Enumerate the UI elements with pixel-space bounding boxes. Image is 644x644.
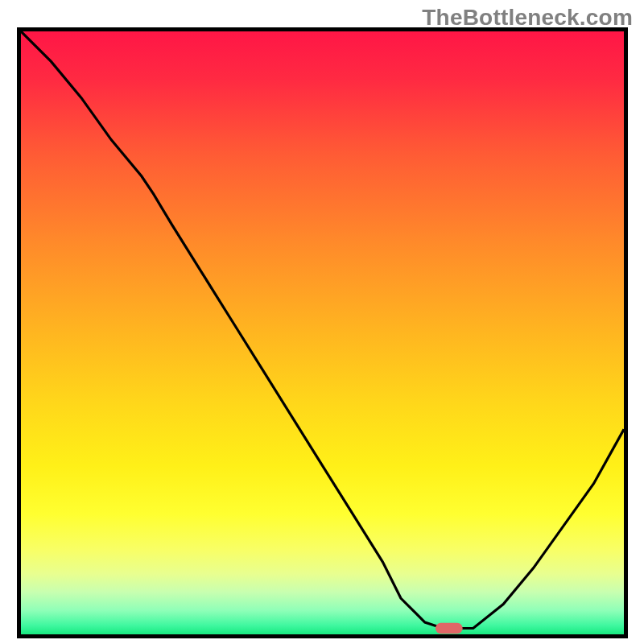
plot-area — [21, 31, 624, 634]
optimal-marker — [436, 623, 463, 634]
chart-container: TheBottleneck.com — [0, 0, 644, 644]
plot-frame — [17, 27, 628, 638]
gradient-background — [21, 31, 624, 634]
